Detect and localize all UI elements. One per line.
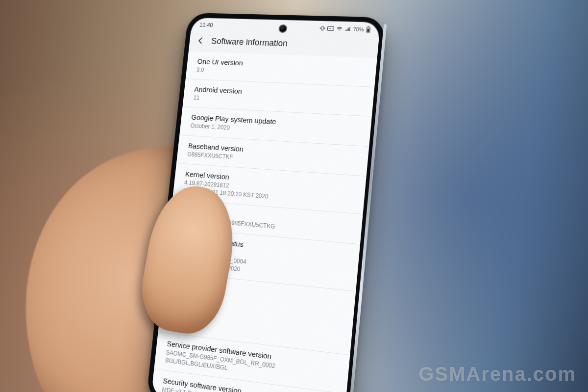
svg-rect-0 [321,26,324,30]
watermark-text: GSMArena.com [418,363,576,385]
battery-icon [366,26,371,33]
volte-icon [327,26,334,31]
back-button[interactable] [194,34,207,47]
page-title: Software information [211,36,288,49]
vibrate-icon [319,26,326,31]
chevron-left-icon [196,36,205,45]
battery-text: 70% [353,26,364,32]
wifi-icon [336,26,343,32]
status-time: 11:40 [199,22,213,28]
status-icons: 70% [319,25,371,33]
svg-point-4 [332,28,333,29]
signal-icon [344,26,351,32]
svg-point-3 [330,28,331,29]
photo-scene: 11:40 70% [0,0,588,392]
svg-rect-6 [368,26,369,27]
svg-point-2 [329,28,330,29]
svg-rect-7 [367,28,369,32]
